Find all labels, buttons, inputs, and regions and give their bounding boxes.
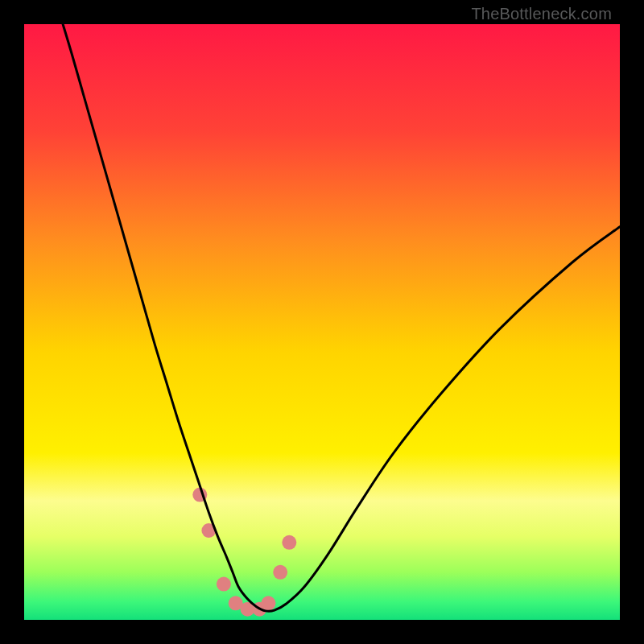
watermark-text: TheBottleneck.com <box>471 5 612 23</box>
chart-background <box>24 24 620 620</box>
highlight-marker <box>261 596 275 610</box>
chart-frame <box>24 24 620 620</box>
highlight-marker <box>282 535 296 550</box>
highlight-marker <box>273 565 287 580</box>
chart-svg <box>24 24 620 620</box>
highlight-marker <box>217 577 231 592</box>
